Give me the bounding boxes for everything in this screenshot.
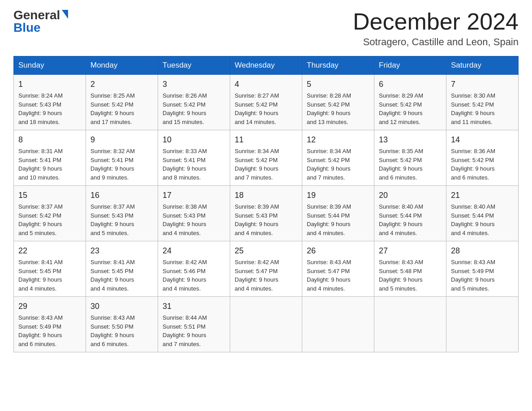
calendar-header-saturday: Saturday bbox=[446, 56, 519, 75]
calendar-header-tuesday: Tuesday bbox=[158, 56, 230, 75]
day-info: Sunrise: 8:28 AMSunset: 5:42 PMDaylight:… bbox=[307, 91, 369, 126]
day-number: 29 bbox=[18, 300, 81, 313]
calendar-header-monday: Monday bbox=[86, 56, 158, 75]
day-info: Sunrise: 8:43 AMSunset: 5:49 PMDaylight:… bbox=[18, 313, 81, 348]
day-info: Sunrise: 8:34 AMSunset: 5:42 PMDaylight:… bbox=[235, 147, 297, 182]
calendar-week-4: 22Sunrise: 8:41 AMSunset: 5:45 PMDayligh… bbox=[14, 241, 519, 297]
calendar-cell: 23Sunrise: 8:41 AMSunset: 5:45 PMDayligh… bbox=[86, 241, 158, 297]
calendar-cell: 20Sunrise: 8:40 AMSunset: 5:44 PMDayligh… bbox=[374, 186, 446, 241]
day-info: Sunrise: 8:31 AMSunset: 5:41 PMDaylight:… bbox=[18, 147, 81, 182]
day-info: Sunrise: 8:42 AMSunset: 5:46 PMDaylight:… bbox=[163, 258, 225, 293]
day-number: 25 bbox=[235, 245, 297, 257]
day-info: Sunrise: 8:43 AMSunset: 5:50 PMDaylight:… bbox=[90, 313, 153, 348]
day-number: 11 bbox=[235, 134, 297, 146]
day-number: 19 bbox=[307, 189, 369, 201]
calendar-table: SundayMondayTuesdayWednesdayThursdayFrid… bbox=[13, 56, 519, 352]
calendar-cell: 30Sunrise: 8:43 AMSunset: 5:50 PMDayligh… bbox=[86, 297, 158, 352]
calendar-cell: 8Sunrise: 8:31 AMSunset: 5:41 PMDaylight… bbox=[14, 130, 86, 186]
day-info: Sunrise: 8:37 AMSunset: 5:42 PMDaylight:… bbox=[18, 202, 81, 237]
calendar-cell: 7Sunrise: 8:30 AMSunset: 5:42 PMDaylight… bbox=[446, 75, 519, 130]
day-number: 20 bbox=[379, 189, 442, 201]
calendar-cell: 28Sunrise: 8:43 AMSunset: 5:49 PMDayligh… bbox=[446, 241, 519, 297]
day-info: Sunrise: 8:26 AMSunset: 5:42 PMDaylight:… bbox=[163, 91, 225, 126]
day-number: 6 bbox=[379, 78, 442, 90]
day-number: 26 bbox=[307, 245, 369, 257]
calendar-cell: 27Sunrise: 8:43 AMSunset: 5:48 PMDayligh… bbox=[374, 241, 446, 297]
location-title: Sotragero, Castille and Leon, Spain bbox=[353, 36, 519, 48]
day-number: 13 bbox=[379, 134, 442, 146]
calendar-cell bbox=[374, 297, 446, 352]
day-number: 17 bbox=[163, 189, 225, 201]
calendar-week-2: 8Sunrise: 8:31 AMSunset: 5:41 PMDaylight… bbox=[14, 130, 519, 186]
calendar-cell bbox=[302, 297, 374, 352]
day-number: 28 bbox=[451, 245, 514, 257]
calendar-cell: 5Sunrise: 8:28 AMSunset: 5:42 PMDaylight… bbox=[302, 75, 374, 130]
calendar-cell: 12Sunrise: 8:34 AMSunset: 5:42 PMDayligh… bbox=[302, 130, 374, 186]
calendar-header-sunday: Sunday bbox=[14, 56, 86, 75]
day-number: 15 bbox=[18, 189, 81, 201]
day-info: Sunrise: 8:33 AMSunset: 5:41 PMDaylight:… bbox=[163, 147, 225, 182]
calendar-week-5: 29Sunrise: 8:43 AMSunset: 5:49 PMDayligh… bbox=[14, 297, 519, 352]
calendar-cell: 16Sunrise: 8:37 AMSunset: 5:43 PMDayligh… bbox=[86, 186, 158, 241]
day-info: Sunrise: 8:39 AMSunset: 5:43 PMDaylight:… bbox=[235, 202, 297, 237]
logo: General Blue bbox=[13, 9, 68, 34]
day-info: Sunrise: 8:24 AMSunset: 5:43 PMDaylight:… bbox=[18, 91, 81, 126]
day-info: Sunrise: 8:36 AMSunset: 5:42 PMDaylight:… bbox=[451, 147, 514, 182]
calendar-cell: 18Sunrise: 8:39 AMSunset: 5:43 PMDayligh… bbox=[230, 186, 302, 241]
calendar-cell: 31Sunrise: 8:44 AMSunset: 5:51 PMDayligh… bbox=[158, 297, 230, 352]
day-number: 9 bbox=[90, 134, 153, 146]
calendar-cell: 29Sunrise: 8:43 AMSunset: 5:49 PMDayligh… bbox=[14, 297, 86, 352]
day-number: 14 bbox=[451, 134, 514, 146]
calendar-cell: 3Sunrise: 8:26 AMSunset: 5:42 PMDaylight… bbox=[158, 75, 230, 130]
day-info: Sunrise: 8:34 AMSunset: 5:42 PMDaylight:… bbox=[307, 147, 369, 182]
day-number: 31 bbox=[163, 300, 225, 313]
calendar-cell: 13Sunrise: 8:35 AMSunset: 5:42 PMDayligh… bbox=[374, 130, 446, 186]
logo-blue: Blue bbox=[13, 21, 41, 34]
calendar-cell: 1Sunrise: 8:24 AMSunset: 5:43 PMDaylight… bbox=[14, 75, 86, 130]
day-info: Sunrise: 8:32 AMSunset: 5:41 PMDaylight:… bbox=[90, 147, 153, 182]
day-info: Sunrise: 8:41 AMSunset: 5:45 PMDaylight:… bbox=[18, 258, 81, 293]
day-number: 3 bbox=[163, 78, 225, 90]
logo-triangle-icon bbox=[62, 10, 68, 19]
day-info: Sunrise: 8:37 AMSunset: 5:43 PMDaylight:… bbox=[90, 202, 153, 237]
calendar-cell: 24Sunrise: 8:42 AMSunset: 5:46 PMDayligh… bbox=[158, 241, 230, 297]
day-info: Sunrise: 8:40 AMSunset: 5:44 PMDaylight:… bbox=[451, 202, 514, 237]
day-number: 24 bbox=[163, 245, 225, 257]
calendar-cell: 4Sunrise: 8:27 AMSunset: 5:42 PMDaylight… bbox=[230, 75, 302, 130]
day-number: 4 bbox=[235, 78, 297, 90]
month-title: December 2024 bbox=[353, 9, 519, 34]
calendar-cell bbox=[446, 297, 519, 352]
calendar-cell: 10Sunrise: 8:33 AMSunset: 5:41 PMDayligh… bbox=[158, 130, 230, 186]
day-info: Sunrise: 8:35 AMSunset: 5:42 PMDaylight:… bbox=[379, 147, 442, 182]
day-number: 8 bbox=[18, 134, 81, 146]
day-info: Sunrise: 8:27 AMSunset: 5:42 PMDaylight:… bbox=[235, 91, 297, 126]
calendar-cell: 17Sunrise: 8:38 AMSunset: 5:43 PMDayligh… bbox=[158, 186, 230, 241]
day-info: Sunrise: 8:40 AMSunset: 5:44 PMDaylight:… bbox=[379, 202, 442, 237]
page-header: General Blue December 2024 Sotragero, Ca… bbox=[13, 9, 519, 48]
day-info: Sunrise: 8:38 AMSunset: 5:43 PMDaylight:… bbox=[163, 202, 225, 237]
day-info: Sunrise: 8:43 AMSunset: 5:47 PMDaylight:… bbox=[307, 258, 369, 293]
day-number: 12 bbox=[307, 134, 369, 146]
day-number: 21 bbox=[451, 189, 514, 201]
day-number: 27 bbox=[379, 245, 442, 257]
calendar-header-row: SundayMondayTuesdayWednesdayThursdayFrid… bbox=[14, 56, 519, 75]
day-info: Sunrise: 8:29 AMSunset: 5:42 PMDaylight:… bbox=[379, 91, 442, 126]
day-info: Sunrise: 8:44 AMSunset: 5:51 PMDaylight:… bbox=[163, 313, 225, 348]
day-number: 1 bbox=[18, 78, 81, 90]
day-info: Sunrise: 8:39 AMSunset: 5:44 PMDaylight:… bbox=[307, 202, 369, 237]
day-info: Sunrise: 8:30 AMSunset: 5:42 PMDaylight:… bbox=[451, 91, 514, 126]
day-number: 10 bbox=[163, 134, 225, 146]
day-info: Sunrise: 8:43 AMSunset: 5:49 PMDaylight:… bbox=[451, 258, 514, 293]
calendar-cell bbox=[230, 297, 302, 352]
calendar-header-wednesday: Wednesday bbox=[230, 56, 302, 75]
calendar-cell: 19Sunrise: 8:39 AMSunset: 5:44 PMDayligh… bbox=[302, 186, 374, 241]
calendar-cell: 6Sunrise: 8:29 AMSunset: 5:42 PMDaylight… bbox=[374, 75, 446, 130]
calendar-week-3: 15Sunrise: 8:37 AMSunset: 5:42 PMDayligh… bbox=[14, 186, 519, 241]
calendar-cell: 15Sunrise: 8:37 AMSunset: 5:42 PMDayligh… bbox=[14, 186, 86, 241]
day-number: 30 bbox=[90, 300, 153, 313]
calendar-week-1: 1Sunrise: 8:24 AMSunset: 5:43 PMDaylight… bbox=[14, 75, 519, 130]
day-number: 2 bbox=[90, 78, 153, 90]
day-number: 22 bbox=[18, 245, 81, 257]
day-number: 5 bbox=[307, 78, 369, 90]
day-number: 18 bbox=[235, 189, 297, 201]
